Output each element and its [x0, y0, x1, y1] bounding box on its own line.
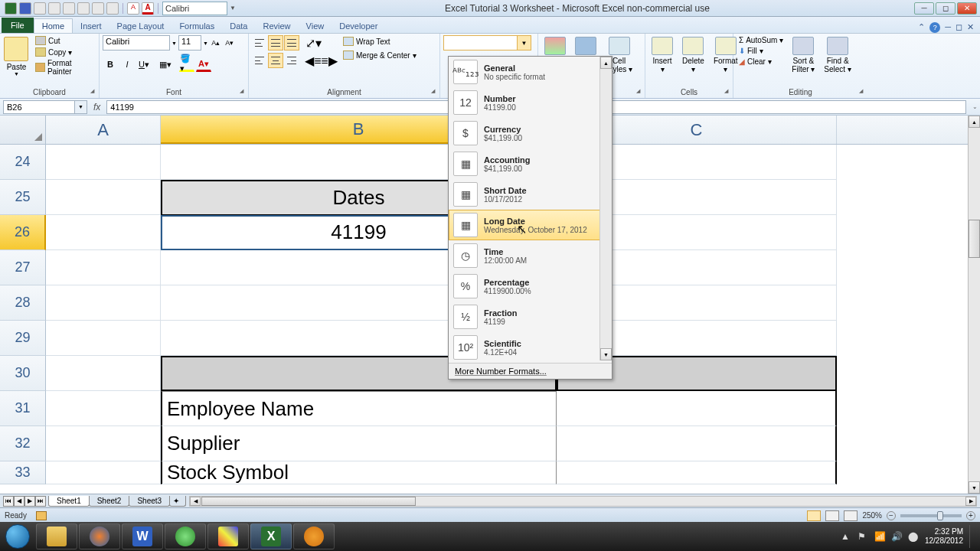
cell-a25[interactable] — [46, 180, 161, 215]
tab-data[interactable]: Data — [222, 19, 255, 33]
show-desktop-button[interactable] — [969, 525, 975, 548]
format-option-time[interactable]: ◷Time12:00:00 AM — [449, 240, 612, 271]
sheet-tab-1[interactable]: Sheet1 — [48, 496, 90, 507]
border-button[interactable]: ▦▾ — [158, 57, 173, 72]
file-tab[interactable]: File — [2, 18, 34, 33]
increase-indent-button[interactable]: ≡▶ — [322, 53, 337, 68]
sheet-tab-2[interactable]: Sheet2 — [89, 496, 130, 507]
format-option-number[interactable]: 12Number41199.00 — [449, 87, 612, 118]
cell-a27[interactable] — [46, 250, 161, 285]
copy-button[interactable]: Copy ▾ — [33, 47, 96, 57]
fx-icon[interactable]: fx — [93, 102, 100, 112]
macro-record-icon[interactable] — [36, 511, 47, 520]
cell-a28[interactable] — [46, 285, 161, 321]
zoom-thumb[interactable] — [937, 511, 943, 520]
normal-view-button[interactable] — [807, 510, 821, 521]
zoom-level[interactable]: 250% — [862, 511, 882, 520]
cell-c32[interactable] — [557, 426, 837, 461]
scroll-up-icon[interactable]: ▲ — [969, 116, 980, 128]
autosum-button[interactable]: Σ AutoSum ▾ — [737, 35, 786, 45]
help-icon[interactable]: ? — [929, 22, 940, 33]
page-layout-view-button[interactable] — [825, 510, 839, 521]
format-option-accounting[interactable]: ▦Accounting$41,199.00 — [449, 148, 612, 179]
cell-a26[interactable] — [46, 215, 161, 250]
tray-icon-misc[interactable]: ⬤ — [908, 531, 919, 542]
volume-icon[interactable]: 🔊 — [891, 531, 902, 542]
format-option-scientific[interactable]: 10²Scientific4.12E+04 — [449, 332, 612, 363]
taskbar-word[interactable]: W — [122, 523, 163, 549]
row-header-27[interactable]: 27 — [0, 250, 46, 285]
workbook-minimize-icon[interactable]: ─ — [945, 22, 951, 33]
page-break-view-button[interactable] — [844, 510, 858, 521]
tab-home[interactable]: Home — [34, 18, 73, 33]
find-select-button[interactable]: Find &Select ▾ — [821, 35, 854, 75]
cell-c33[interactable] — [557, 461, 837, 484]
save-icon[interactable] — [19, 2, 31, 15]
excel-icon[interactable] — [5, 2, 17, 15]
scroll-down-icon[interactable]: ▼ — [969, 481, 980, 494]
delete-cells-button[interactable]: Delete▾ — [679, 35, 707, 75]
scroll-left-icon[interactable]: ◀ — [190, 497, 201, 506]
clock[interactable]: 2:32 PM 12/28/2012 — [925, 527, 963, 546]
font-color-icon[interactable]: A — [142, 2, 154, 15]
taskbar-app1[interactable] — [165, 523, 206, 549]
dropdown-scrollbar[interactable]: ▲ ▼ — [599, 57, 612, 360]
column-header-a[interactable]: A — [46, 116, 161, 144]
cell-a33[interactable] — [46, 461, 161, 484]
format-option-fraction[interactable]: ½Fraction41199 — [449, 302, 612, 332]
shrink-font-button[interactable]: A▾ — [224, 37, 236, 49]
scroll-up-button[interactable]: ▲ — [600, 57, 612, 69]
minimize-button[interactable]: ─ — [914, 2, 934, 15]
zoom-out-button[interactable]: − — [887, 511, 896, 520]
align-top-button[interactable] — [252, 35, 267, 51]
action-center-icon[interactable]: ⚑ — [858, 531, 868, 542]
taskbar-explorer[interactable] — [36, 523, 77, 549]
fill-button[interactable]: ⬇ Fill ▾ — [737, 46, 786, 56]
open-icon[interactable] — [77, 2, 90, 15]
number-format-combo[interactable]: ▼ — [443, 35, 531, 51]
row-header-33[interactable]: 33 — [0, 461, 46, 484]
row-header-30[interactable]: 30 — [0, 356, 46, 391]
start-button[interactable] — [0, 522, 35, 551]
next-sheet-button[interactable]: ▶ — [24, 496, 35, 507]
tab-review[interactable]: Review — [255, 19, 298, 33]
sort-filter-button[interactable]: Sort &Filter ▾ — [789, 35, 818, 75]
row-header-28[interactable]: 28 — [0, 285, 46, 321]
taskbar-firefox[interactable] — [79, 523, 120, 549]
last-sheet-button[interactable]: ⏭ — [35, 496, 46, 507]
format-option-general[interactable]: ᴬᴮᶜ₁₂₃GeneralNo specific format — [449, 57, 612, 87]
font-name-combo[interactable]: Calibri — [103, 35, 170, 51]
expand-formula-bar[interactable]: ⌄ — [969, 103, 980, 110]
cell-b31[interactable]: Employee Name — [161, 391, 557, 426]
align-bottom-button[interactable] — [284, 35, 299, 51]
row-header-29[interactable]: 29 — [0, 321, 46, 356]
tab-insert[interactable]: Insert — [73, 19, 109, 33]
minimize-ribbon-icon[interactable]: ⌃ — [918, 22, 925, 33]
grow-font-button[interactable]: A▴ — [210, 37, 222, 49]
hscroll-thumb[interactable] — [201, 497, 416, 506]
taskbar-excel[interactable]: X — [250, 523, 292, 549]
taskbar-paint[interactable] — [207, 523, 249, 549]
align-left-button[interactable] — [252, 53, 267, 68]
select-all-corner[interactable] — [0, 116, 46, 144]
more-number-formats[interactable]: More Number Formats... — [449, 363, 612, 379]
align-center-button[interactable] — [268, 53, 283, 68]
font-color-button[interactable]: A▾ — [196, 57, 211, 72]
orientation-button[interactable]: ⤢▾ — [305, 35, 321, 51]
print-icon[interactable] — [92, 2, 104, 15]
paste-button[interactable]: Paste ▼ — [3, 35, 30, 77]
close-button[interactable]: ✕ — [957, 2, 977, 15]
underline-button[interactable]: U▾ — [136, 57, 152, 72]
scroll-down-button[interactable]: ▼ — [600, 348, 612, 360]
cut-button[interactable]: Cut — [33, 35, 96, 46]
workbook-restore-icon[interactable]: ◻ — [956, 22, 962, 33]
maximize-button[interactable]: ◻ — [936, 2, 956, 15]
redo-icon[interactable] — [48, 2, 60, 15]
format-option-long-date[interactable]: ▦Long DateWednesday, October 17, 2012 — [449, 210, 612, 240]
tab-developer[interactable]: Developer — [332, 19, 385, 33]
name-box-dropdown[interactable]: ▼ — [75, 100, 87, 114]
spellcheck-icon[interactable]: A — [127, 2, 139, 15]
row-header-31[interactable]: 31 — [0, 391, 46, 426]
format-option-currency[interactable]: $Currency$41,199.00 — [449, 118, 612, 148]
align-right-button[interactable] — [284, 53, 299, 68]
